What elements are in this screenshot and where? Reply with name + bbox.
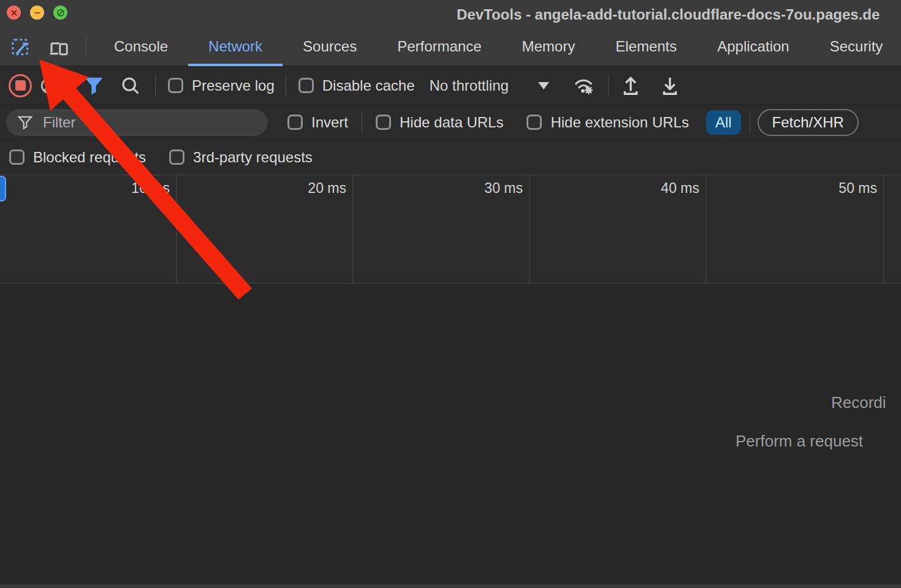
overview-left-trace-handle[interactable] bbox=[0, 176, 6, 202]
filter-input-container[interactable] bbox=[6, 109, 268, 136]
network-overview-ruler[interactable]: 10 ms 20 ms 30 ms 40 ms 50 ms bbox=[0, 175, 901, 284]
filter-funnel-icon bbox=[83, 76, 104, 96]
inspect-element-button[interactable] bbox=[7, 34, 34, 61]
minimize-icon bbox=[34, 9, 41, 17]
tab-elements[interactable]: Elements bbox=[595, 29, 697, 66]
panel-tabs: Console Network Sources Performance Memo… bbox=[94, 29, 901, 66]
preserve-log-checkbox[interactable] bbox=[168, 78, 183, 93]
ruler-gridline bbox=[352, 175, 353, 283]
network-toolbar: Preserve log Disable cache No throttling bbox=[0, 66, 901, 105]
filter-funnel-icon bbox=[17, 115, 33, 130]
ruler-gridline bbox=[705, 175, 706, 283]
zoom-button[interactable] bbox=[53, 6, 67, 20]
toolbar-separator bbox=[74, 75, 74, 97]
window-title: DevTools - angela-add-tutorial.cloudflar… bbox=[457, 0, 880, 29]
title-bar: DevTools - angela-add-tutorial.cloudflar… bbox=[0, 0, 901, 29]
tab-memory[interactable]: Memory bbox=[502, 29, 596, 66]
devtools-window: DevTools - angela-add-tutorial.cloudflar… bbox=[0, 0, 901, 588]
throttling-selected-value: No throttling bbox=[429, 77, 508, 94]
tab-network[interactable]: Network bbox=[188, 29, 283, 66]
disable-cache-checkbox[interactable] bbox=[298, 78, 314, 93]
tab-sources[interactable]: Sources bbox=[283, 29, 377, 66]
third-party-requests-toggle[interactable]: 3rd-party requests bbox=[169, 149, 313, 166]
disable-cache-toggle[interactable]: Disable cache bbox=[298, 77, 415, 94]
network-filter-bar-2: Blocked requests 3rd-party requests bbox=[0, 140, 901, 175]
ruler-tick-30ms: 30 ms bbox=[431, 180, 523, 197]
preserve-log-toggle[interactable]: Preserve log bbox=[168, 77, 275, 94]
hide-extension-urls-checkbox[interactable] bbox=[527, 115, 542, 130]
toolbar-separator bbox=[750, 111, 750, 134]
tab-console[interactable]: Console bbox=[94, 29, 188, 66]
blocked-requests-toggle[interactable]: Blocked requests bbox=[9, 149, 146, 166]
ruler-gridline bbox=[176, 175, 177, 283]
device-toolbar-icon bbox=[48, 37, 70, 59]
hide-extension-urls-label: Hide extension URLs bbox=[550, 114, 688, 131]
traffic-lights bbox=[7, 6, 67, 20]
ruler-gridline bbox=[883, 175, 884, 283]
request-type-filter-all[interactable]: All bbox=[706, 110, 741, 135]
blocked-requests-label: Blocked requests bbox=[33, 149, 146, 166]
third-party-requests-checkbox[interactable] bbox=[169, 149, 184, 165]
export-har-button[interactable] bbox=[656, 72, 683, 99]
record-network-log-button[interactable] bbox=[9, 74, 32, 97]
filter-toggle-button[interactable] bbox=[80, 72, 107, 99]
hide-data-urls-toggle[interactable]: Hide data URLs bbox=[376, 114, 503, 131]
toolbar-separator bbox=[86, 37, 86, 59]
toolbar-separator bbox=[608, 75, 609, 97]
clear-icon bbox=[39, 76, 59, 96]
blocked-requests-checkbox[interactable] bbox=[9, 149, 25, 165]
throttling-select[interactable]: No throttling bbox=[429, 77, 549, 94]
hide-extension-urls-toggle[interactable]: Hide extension URLs bbox=[527, 114, 688, 131]
close-icon bbox=[10, 9, 18, 17]
close-button[interactable] bbox=[7, 6, 21, 20]
clear-network-log-button[interactable] bbox=[36, 72, 63, 99]
search-icon bbox=[120, 75, 141, 96]
disable-cache-label: Disable cache bbox=[322, 77, 415, 94]
toggle-device-toolbar-button[interactable] bbox=[45, 34, 72, 61]
wifi-gear-icon bbox=[572, 75, 595, 97]
third-party-requests-label: 3rd-party requests bbox=[193, 149, 313, 166]
network-filter-bar: Invert Hide data URLs Hide extension URL… bbox=[0, 105, 901, 140]
download-icon bbox=[659, 75, 681, 97]
toolbar-separator bbox=[362, 111, 362, 134]
ruler-gridline bbox=[529, 175, 530, 283]
network-request-list-empty bbox=[0, 284, 901, 584]
hide-data-urls-label: Hide data URLs bbox=[400, 114, 503, 131]
preserve-log-label: Preserve log bbox=[192, 77, 275, 94]
devtools-tab-bar: Console Network Sources Performance Memo… bbox=[0, 29, 901, 66]
upload-icon bbox=[620, 75, 642, 97]
invert-label: Invert bbox=[311, 114, 348, 131]
zoom-slash-icon bbox=[56, 9, 65, 17]
search-button[interactable] bbox=[117, 72, 144, 99]
tab-application[interactable]: Application bbox=[697, 29, 809, 66]
import-har-button[interactable] bbox=[617, 72, 644, 99]
request-type-filter-fetch-xhr[interactable]: Fetch/XHR bbox=[758, 109, 859, 136]
ruler-tick-10ms: 10 ms bbox=[78, 180, 170, 197]
ruler-tick-50ms: 50 ms bbox=[785, 180, 877, 197]
hide-data-urls-checkbox[interactable] bbox=[376, 115, 391, 130]
toolbar-separator bbox=[286, 75, 286, 97]
stop-record-icon bbox=[15, 80, 26, 91]
toolbar-separator bbox=[155, 75, 156, 97]
tab-performance[interactable]: Performance bbox=[377, 29, 501, 66]
ruler-tick-20ms: 20 ms bbox=[254, 180, 346, 197]
inspect-cursor-icon bbox=[10, 37, 32, 59]
filter-input[interactable] bbox=[43, 114, 239, 131]
invert-checkbox[interactable] bbox=[287, 115, 303, 130]
tab-security[interactable]: Security bbox=[810, 29, 901, 66]
ruler-tick-40ms: 40 ms bbox=[607, 180, 699, 197]
bottom-bar bbox=[0, 584, 901, 588]
chevron-down-icon bbox=[538, 82, 549, 89]
network-conditions-button[interactable] bbox=[570, 72, 597, 99]
invert-filter-toggle[interactable]: Invert bbox=[287, 114, 348, 131]
minimize-button[interactable] bbox=[30, 6, 44, 20]
